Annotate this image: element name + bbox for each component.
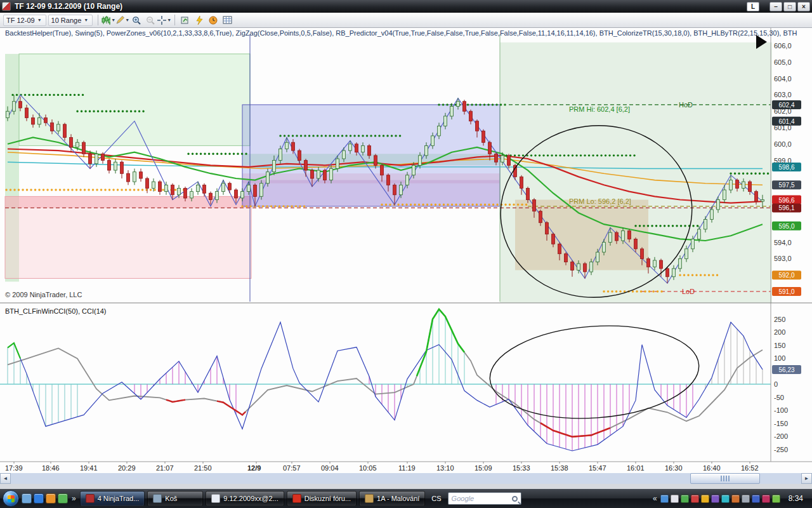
svg-text:© 2009 NinjaTrader, LLC: © 2009 NinjaTrader, LLC bbox=[5, 291, 82, 298]
svg-text:18:46: 18:46 bbox=[42, 464, 60, 472]
tray-icon-11[interactable] bbox=[762, 495, 770, 503]
scrollbar-track[interactable] bbox=[11, 473, 801, 484]
start-button[interactable] bbox=[3, 490, 19, 507]
svg-text:PRM Hi: 602,4 [6,2]: PRM Hi: 602,4 [6,2] bbox=[569, 105, 630, 113]
svg-text:PRM Lo: 596,2 [6,2]: PRM Lo: 596,2 [6,2] bbox=[569, 197, 631, 205]
task-buttons: 4 NinjaTrad...Koš9.12.2009xx@2...Diskuzn… bbox=[80, 491, 426, 506]
crosshair-button[interactable]: ▼ bbox=[157, 14, 171, 27]
tray-icon-7[interactable] bbox=[721, 495, 730, 503]
export-button[interactable] bbox=[178, 14, 192, 27]
svg-text:15:33: 15:33 bbox=[513, 464, 530, 472]
svg-text:100: 100 bbox=[774, 354, 785, 362]
lightning-icon bbox=[195, 16, 204, 25]
taskbar-task-4[interactable]: Diskuzní fóru... bbox=[287, 491, 357, 506]
svg-text:16:40: 16:40 bbox=[703, 464, 721, 472]
system-tray: « 8:34 bbox=[652, 494, 809, 503]
scroll-right-button[interactable]: ► bbox=[801, 473, 812, 484]
task-icon bbox=[211, 494, 220, 503]
svg-text:12/9: 12/9 bbox=[247, 464, 261, 472]
window-titlebar[interactable]: TF 12-09 9.12.2009 (10 Range) L – □ × bbox=[0, 0, 812, 13]
price-and-cci-chart[interactable]: PRM Hi: 602,4 [6,2]HoDPRM Lo: 596,2 [6,2… bbox=[0, 28, 812, 473]
data-grid-button[interactable] bbox=[220, 14, 234, 27]
tray-icon-2[interactable] bbox=[671, 495, 679, 503]
tray-icon-6[interactable] bbox=[711, 495, 719, 503]
grid-icon bbox=[223, 16, 232, 24]
svg-text:593,0: 593,0 bbox=[774, 255, 792, 262]
media-player-icon[interactable] bbox=[46, 493, 56, 504]
zoom-out-button[interactable] bbox=[143, 14, 157, 27]
svg-text:606,0: 606,0 bbox=[774, 42, 792, 50]
svg-text:15:47: 15:47 bbox=[589, 464, 606, 472]
svg-text:596,6: 596,6 bbox=[778, 197, 794, 204]
svg-text:15:38: 15:38 bbox=[551, 464, 568, 472]
messenger-icon[interactable] bbox=[58, 493, 68, 504]
task-label: Koš bbox=[165, 495, 177, 502]
instrument-selector[interactable]: TF 12-09 ▼ bbox=[3, 15, 46, 26]
indicator-parameters: BacktestHelper(True), Swing(5), PowerZon… bbox=[5, 29, 806, 37]
svg-text:16:01: 16:01 bbox=[627, 464, 645, 472]
instrument-label: TF 12-09 bbox=[6, 17, 35, 24]
task-label: 4 NinjaTrad... bbox=[98, 495, 140, 502]
svg-text:0: 0 bbox=[774, 380, 778, 388]
chevron-down-icon: ▼ bbox=[84, 18, 88, 22]
taskbar-task-1[interactable]: 4 NinjaTrad... bbox=[80, 491, 145, 506]
taskbar-task-3[interactable]: 9.12.2009xx@2... bbox=[206, 491, 284, 506]
scroll-left-button[interactable]: ◄ bbox=[0, 473, 11, 484]
language-indicator[interactable]: CS bbox=[428, 493, 445, 504]
alert-button[interactable] bbox=[192, 14, 206, 27]
export-icon bbox=[181, 16, 190, 25]
chevron-down-icon: ▼ bbox=[167, 18, 171, 22]
minimize-button[interactable]: – bbox=[769, 2, 782, 11]
svg-text:16:52: 16:52 bbox=[741, 464, 759, 472]
svg-text:17:39: 17:39 bbox=[5, 464, 23, 472]
tray-icon-12[interactable] bbox=[772, 495, 780, 503]
desktop: TF 12-09 9.12.2009 (10 Range) L – □ × TF… bbox=[0, 0, 812, 508]
chevron-down-icon: ▼ bbox=[111, 18, 115, 22]
toolbar-separator bbox=[174, 15, 175, 25]
chart-style-button[interactable]: ▼ bbox=[102, 14, 115, 27]
zoom-in-button[interactable] bbox=[129, 14, 143, 27]
task-label: 9.12.2009xx@2... bbox=[223, 495, 278, 502]
tray-icon-1[interactable] bbox=[660, 495, 669, 503]
svg-text:605,0: 605,0 bbox=[774, 58, 792, 66]
crosshair-icon bbox=[157, 16, 166, 25]
tray-icon-3[interactable] bbox=[681, 495, 689, 503]
task-icon bbox=[153, 494, 162, 503]
svg-text:13:10: 13:10 bbox=[436, 464, 454, 472]
tray-icon-5[interactable] bbox=[701, 495, 709, 503]
google-search-box[interactable]: Google bbox=[448, 492, 521, 505]
svg-text:LoD: LoD bbox=[682, 288, 695, 295]
tray-expand-icon[interactable]: « bbox=[652, 494, 658, 503]
scrollbar-thumb[interactable] bbox=[690, 473, 760, 484]
tray-icon-8[interactable] bbox=[731, 495, 740, 503]
show-desktop-icon[interactable] bbox=[22, 493, 32, 504]
close-button[interactable]: × bbox=[797, 2, 810, 11]
panel-collapse-arrow-icon[interactable] bbox=[756, 35, 767, 49]
layout-button[interactable]: L bbox=[747, 2, 759, 11]
svg-text:11:19: 11:19 bbox=[398, 464, 416, 472]
draw-tool-button[interactable]: ▼ bbox=[115, 14, 129, 27]
search-placeholder: Google bbox=[452, 495, 509, 502]
interval-label: 10 Range bbox=[51, 17, 82, 24]
session-clock-button[interactable] bbox=[206, 14, 220, 27]
tray-icon-4[interactable] bbox=[691, 495, 699, 503]
chevron-down-icon: ▼ bbox=[37, 18, 42, 22]
clock-icon bbox=[209, 16, 218, 25]
svg-text:150: 150 bbox=[774, 342, 785, 349]
taskbar-task-5[interactable]: 1A - Malování bbox=[359, 491, 425, 506]
horizontal-scrollbar[interactable]: ◄ ► bbox=[0, 473, 812, 484]
tray-icon-10[interactable] bbox=[752, 495, 760, 503]
taskbar-task-2[interactable]: Koš bbox=[147, 491, 203, 506]
interval-selector[interactable]: 10 Range ▼ bbox=[48, 15, 93, 26]
svg-text:601,4: 601,4 bbox=[778, 118, 794, 125]
pencil-icon bbox=[115, 16, 124, 25]
internet-explorer-icon[interactable] bbox=[34, 493, 44, 504]
maximize-button[interactable]: □ bbox=[783, 2, 796, 11]
windows-logo-icon bbox=[8, 495, 15, 502]
chart-area[interactable]: PRM Hi: 602,4 [6,2]HoDPRM Lo: 596,2 [6,2… bbox=[0, 28, 812, 473]
zoom-in-icon bbox=[132, 16, 141, 25]
quick-launch-overflow-icon[interactable]: » bbox=[70, 494, 77, 503]
svg-text:597,5: 597,5 bbox=[778, 182, 794, 189]
search-icon[interactable] bbox=[512, 496, 518, 502]
tray-icon-9[interactable] bbox=[742, 495, 750, 503]
